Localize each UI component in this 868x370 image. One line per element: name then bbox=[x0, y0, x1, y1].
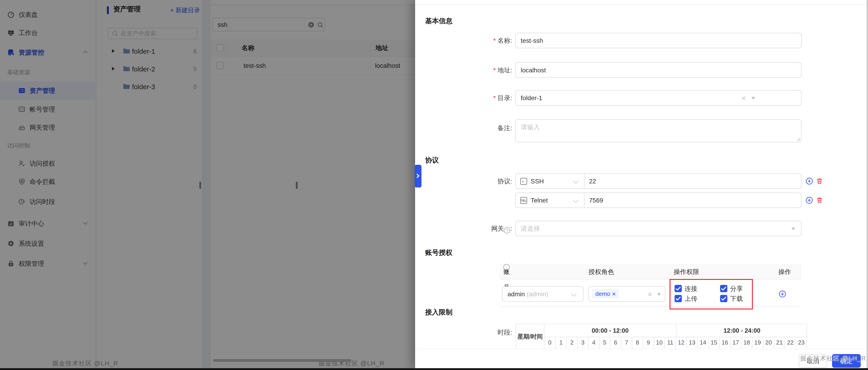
field-label-remark: 备注: bbox=[415, 120, 512, 135]
chevron-right-icon bbox=[415, 174, 420, 178]
protocol-type-value[interactable]: Telnet bbox=[531, 193, 548, 208]
tag-close-icon[interactable]: ✕ bbox=[612, 291, 616, 297]
address-input[interactable]: localhost bbox=[515, 62, 802, 78]
chevron-down-icon bbox=[573, 179, 579, 184]
schedule-range-pm: 12:00 - 24:00 bbox=[676, 324, 807, 337]
field-label-protocol: 协议: bbox=[415, 174, 512, 189]
caret-down-icon bbox=[657, 293, 661, 296]
account-alias: (admin) bbox=[527, 290, 548, 298]
field-label-schedule: 时段: bbox=[415, 325, 512, 340]
account-value: admin bbox=[507, 290, 525, 298]
group-divider bbox=[584, 193, 584, 208]
field-label-gateway: 网关?: bbox=[415, 221, 512, 236]
group-divider bbox=[584, 174, 584, 188]
schedule-hour-cell: 3 bbox=[577, 337, 588, 349]
section-basic-info: 基本信息 bbox=[425, 17, 453, 26]
section-access-limit: 接入限制 bbox=[425, 308, 453, 317]
directory-value: folder-1 bbox=[521, 91, 542, 105]
schedule-corner-cell: 星期/时间 bbox=[516, 324, 545, 349]
schedule-hour-cell: 7 bbox=[621, 337, 632, 349]
role-select[interactable]: demo ✕ ✕ bbox=[589, 286, 665, 302]
schedule-hour-cell: 17 bbox=[730, 337, 741, 349]
chevron-down-icon bbox=[571, 291, 577, 297]
delete-protocol-icon[interactable] bbox=[816, 178, 823, 185]
name-input[interactable]: test-ssh bbox=[515, 33, 802, 48]
field-label-name: *名称: bbox=[415, 33, 512, 48]
schedule-hour-cell: 2 bbox=[566, 337, 577, 349]
add-protocol-icon[interactable] bbox=[806, 178, 813, 185]
annotation-red-box bbox=[670, 279, 753, 309]
app-root: 仪表盘 工作台 资源管控 基础资源 资产管理 123 帐号管理 网关管理 访问控… bbox=[0, 0, 868, 370]
drawer-top-divider bbox=[415, 5, 868, 5]
delete-protocol-icon[interactable] bbox=[816, 196, 823, 204]
question-circle-icon: ? bbox=[504, 227, 510, 234]
address-value: localhost bbox=[521, 63, 546, 78]
schedule-hour-cell: 16 bbox=[719, 337, 730, 349]
schedule-hour-cell: 12 bbox=[676, 337, 686, 349]
field-label-directory: *目录: bbox=[415, 90, 512, 105]
header-actions: 操作 bbox=[778, 264, 791, 279]
schedule-table[interactable]: 星期/时间 00:00 - 12:00 12:00 - 24:00 012345… bbox=[516, 323, 807, 349]
role-tag: demo ✕ bbox=[592, 289, 619, 299]
field-label-address: *地址: bbox=[415, 62, 512, 78]
account-select[interactable]: admin (admin) bbox=[502, 286, 584, 302]
ssh-terminal-icon: >_ bbox=[520, 178, 527, 185]
gateway-select[interactable]: 请选择 bbox=[515, 221, 802, 236]
schedule-hour-cell: 15 bbox=[708, 337, 719, 349]
schedule-hour-cell: 19 bbox=[752, 337, 763, 349]
caret-down-icon bbox=[792, 227, 795, 230]
resize-handle-icon[interactable] bbox=[797, 137, 801, 142]
protocol-type-value[interactable]: SSH bbox=[531, 174, 544, 188]
schedule-hour-cell: 0 bbox=[545, 337, 555, 349]
clear-icon[interactable]: ✕ bbox=[741, 91, 746, 106]
schedule-hour-cell: 21 bbox=[774, 337, 785, 349]
schedule-hour-cell: 13 bbox=[686, 337, 697, 349]
header-role: 授权角色 bbox=[589, 264, 614, 279]
schedule-hour-cell: 4 bbox=[588, 337, 599, 349]
screenshot-stage: 仪表盘 工作台 资源管控 基础资源 资产管理 123 帐号管理 网关管理 访问控… bbox=[0, 0, 868, 370]
add-account-row-icon[interactable] bbox=[779, 290, 786, 298]
asset-edit-drawer: 基本信息 *名称: test-ssh *地址: localhost *目录: f… bbox=[415, 0, 868, 370]
schedule-hour-cell: 1 bbox=[555, 337, 566, 349]
schedule-hour-cell: 8 bbox=[632, 337, 643, 349]
remark-textarea[interactable]: 请输入 bbox=[515, 119, 802, 143]
name-value: test-ssh bbox=[521, 33, 543, 48]
add-protocol-icon[interactable] bbox=[806, 196, 813, 204]
schedule-hour-cell: 11 bbox=[664, 337, 676, 349]
schedule-hour-cell: 18 bbox=[741, 337, 752, 349]
section-protocol: 协议 bbox=[425, 156, 439, 165]
section-account-auth: 账号授权 bbox=[425, 248, 453, 257]
account-table-header: 账号 ? 授权角色 操作权限 操作 bbox=[500, 264, 802, 279]
directory-select[interactable]: folder-1 ✕ bbox=[515, 90, 802, 105]
protocol-port-value[interactable]: 22 bbox=[589, 174, 596, 188]
schedule-range-am: 00:00 - 12:00 bbox=[545, 324, 676, 337]
chevron-down-icon bbox=[573, 198, 579, 203]
clear-icon[interactable]: ✕ bbox=[647, 287, 652, 302]
schedule-hour-cell: 20 bbox=[763, 337, 774, 349]
schedule-hour-cell: 14 bbox=[697, 337, 708, 349]
screen-bottom-edge bbox=[0, 368, 868, 370]
watermark-text: 掘金技术社区 @LH_R bbox=[800, 354, 866, 363]
protocol-row-ssh: >_ SSH 22 bbox=[515, 174, 802, 189]
window-right-edge bbox=[867, 0, 868, 370]
protocol-port-value[interactable]: 7569 bbox=[589, 193, 603, 208]
schedule-hour-cell: 23 bbox=[796, 337, 807, 349]
schedule-hour-cell: 22 bbox=[785, 337, 796, 349]
caret-down-icon bbox=[751, 97, 755, 100]
schedule-hour-cell: 9 bbox=[643, 337, 654, 349]
question-circle-icon: ? bbox=[503, 264, 510, 270]
protocol-row-telnet: TEL Telnet 7569 bbox=[515, 192, 802, 208]
header-permissions: 操作权限 bbox=[674, 264, 699, 279]
telnet-icon: TEL bbox=[520, 197, 527, 204]
schedule-hour-cell: 5 bbox=[599, 337, 610, 349]
schedule-hour-cell: 6 bbox=[610, 337, 621, 349]
drawer-mask[interactable] bbox=[0, 0, 415, 370]
gateway-placeholder: 请选择 bbox=[521, 221, 540, 236]
schedule-hour-cell: 10 bbox=[654, 337, 664, 349]
remark-placeholder: 请输入 bbox=[521, 120, 540, 134]
drawer-collapse-handle[interactable] bbox=[415, 165, 422, 187]
